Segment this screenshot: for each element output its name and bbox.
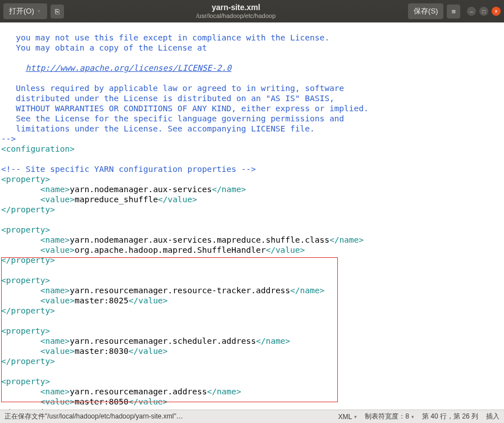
code-line: --> <box>1 134 16 143</box>
code-line: <property> <box>1 276 50 285</box>
titlebar: 打开(O) ▼ ⎘ yarn-site.xml /usr/local/hadoo… <box>0 0 504 22</box>
code-line: </property> <box>1 205 55 214</box>
code-line: <property> <box>1 377 50 386</box>
status-lang[interactable]: XML▾ <box>338 413 358 421</box>
chevron-down-icon: ▾ <box>354 414 357 420</box>
maximize-icon: □ <box>482 8 485 15</box>
code-line: limitations under the License. See accom… <box>1 124 315 133</box>
code-line: WITHOUT WARRANTIES OR CONDITIONS OF ANY … <box>1 104 369 113</box>
hamburger-icon: ≡ <box>451 7 456 16</box>
code-line: <property> <box>1 225 50 234</box>
code-line: <property> <box>1 326 50 335</box>
new-doc-icon: ⎘ <box>55 7 59 16</box>
editor-area[interactable]: you may not use this file except in comp… <box>0 22 504 410</box>
maximize-button[interactable]: □ <box>479 7 488 16</box>
window-title: yarn-site.xml <box>67 3 405 12</box>
window-controls: – □ × <box>467 7 501 16</box>
code-line: </property> <box>1 306 55 315</box>
code-line: distributed under the License is distrib… <box>1 94 335 103</box>
chevron-down-icon: ▾ <box>411 414 414 420</box>
close-button[interactable]: × <box>492 7 501 16</box>
save-button[interactable]: 保存(S) <box>408 3 443 19</box>
minimize-icon: – <box>470 8 473 15</box>
code-line: Unless required by applicable law or agr… <box>1 84 344 93</box>
status-position: 第 40 行，第 26 列 <box>422 412 478 421</box>
code-line: </property> <box>1 407 55 410</box>
code-line: </property> <box>1 357 55 366</box>
save-label: 保存(S) <box>414 6 438 16</box>
code-line: <property> <box>1 175 50 184</box>
new-tab-button[interactable]: ⎘ <box>51 4 64 19</box>
code-line: See the License for the specific languag… <box>1 114 344 123</box>
open-label: 打开(O) <box>9 6 34 16</box>
highlight-box <box>1 257 338 402</box>
chevron-down-icon: ▼ <box>36 8 42 14</box>
code-line: You may obtain a copy of the License at <box>1 43 207 52</box>
minimize-button[interactable]: – <box>467 7 476 16</box>
code-line: <configuration> <box>1 144 75 153</box>
code-line: </property> <box>1 256 55 265</box>
license-link[interactable]: http://www.apache.org/licenses/LICENSE-2… <box>26 63 232 72</box>
code-line <box>1 63 26 72</box>
status-tabwidth[interactable]: 制表符宽度：8▾ <box>365 412 414 421</box>
title-area: yarn-site.xml /usr/local/hadoop/etc/hado… <box>67 3 405 20</box>
statusbar: 正在保存文件"/usr/local/hadoop/etc/hadoop/yarn… <box>0 410 504 423</box>
code-line: you may not use this file except in comp… <box>1 33 329 42</box>
status-saving: 正在保存文件"/usr/local/hadoop/etc/hadoop/yarn… <box>4 412 183 421</box>
menu-button[interactable]: ≡ <box>447 4 460 19</box>
close-icon: × <box>494 8 498 15</box>
window-subtitle: /usr/local/hadoop/etc/hadoop <box>67 12 405 20</box>
open-button[interactable]: 打开(O) ▼ <box>3 3 47 19</box>
status-mode[interactable]: 插入 <box>486 412 500 421</box>
code-line: <!-- Site specific YARN configuration pr… <box>1 165 256 174</box>
